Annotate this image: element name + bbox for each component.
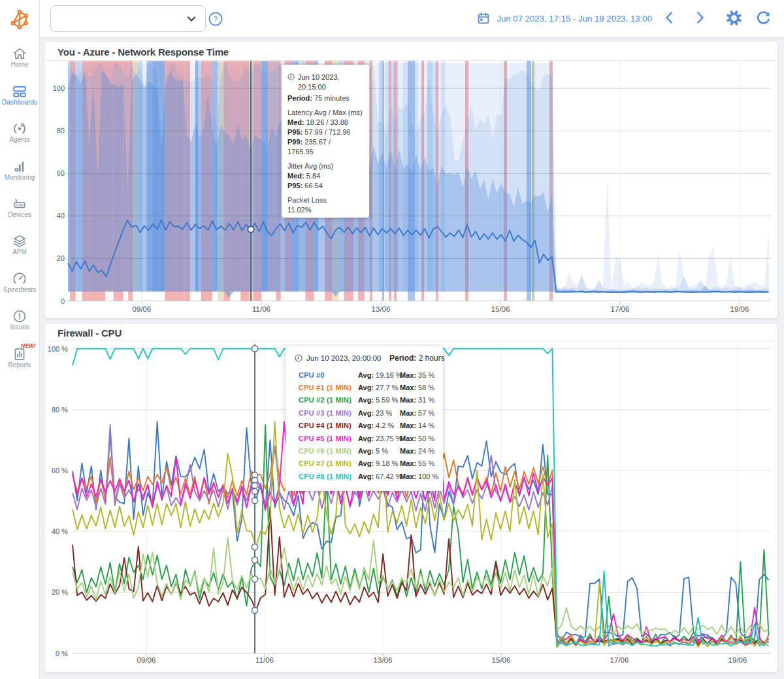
svg-text:?: ? [214, 15, 218, 23]
